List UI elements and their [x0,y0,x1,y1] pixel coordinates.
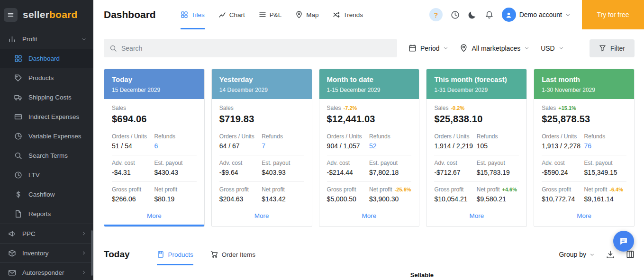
sidebar-item-reports[interactable]: Reports [0,204,93,224]
download-button[interactable] [606,250,615,259]
sidebar-scrollbar[interactable] [91,230,93,276]
column-header-sellable-returns[interactable]: Sellable returns [400,271,436,280]
search-input[interactable] [121,45,391,52]
sellerboard-logo[interactable]: sellerboard [23,9,77,20]
sales-label: Sales [542,105,556,111]
refunds-label: Refunds [369,133,411,140]
tab-label: Trends [344,11,363,18]
sidebar-item-autoresponder[interactable]: Autoresponder [0,262,93,280]
funnel-icon [599,45,606,52]
tile-yesterday: Yesterday 14 December 2029 Sales $719.83… [211,69,312,227]
dark-mode-toggle[interactable] [468,10,477,19]
filter-row: Period All marketplaces USD Filter [104,39,635,57]
columns-settings-button[interactable] [626,250,635,259]
more-link[interactable]: More [112,208,197,219]
gross-profit-label: Gross profit [327,186,369,193]
chevron-down-icon [590,252,595,257]
gross-profit-value: $10,054.21 [434,195,476,203]
tab-pnl[interactable]: P&L [259,0,282,29]
currency-dropdown[interactable]: USD [541,45,564,52]
avatar [502,8,516,22]
net-profit-value: $9,580.21 [477,195,519,203]
refunds-value[interactable]: 52 [369,142,411,150]
list-icon [259,11,266,18]
map-pin-icon [295,11,303,18]
refunds-value[interactable]: 6 [154,142,196,150]
sales-value: $25,838.10 [434,114,519,125]
est-payout-value: $403.93 [262,169,304,176]
sales-value: $12,441.03 [327,114,412,125]
tile-header: Yesterday 14 December 2029 [212,69,312,99]
try-for-free-button[interactable]: Try for free [582,0,644,29]
est-payout-value: $430.43 [154,169,196,176]
chevron-right-icon [81,270,87,275]
marketplaces-dropdown[interactable]: All marketplaces [460,44,529,52]
sidebar-item-inventory[interactable]: Inventory [0,243,93,262]
tile-month-to-date: Month to date 1-15 December 2029 Sales-7… [319,69,420,227]
est-payout-label: Est. payout [584,160,626,166]
net-profit-delta: -6.4% [609,187,623,192]
hamburger-icon [7,11,14,18]
mail-icon [8,269,16,277]
sidebar-item-ltv[interactable]: LTV [0,165,93,185]
filter-button[interactable]: Filter [590,39,635,57]
sidebar-item-dashboard[interactable]: Dashboard [0,49,93,68]
search-icon [109,45,117,52]
search-box[interactable] [104,39,397,57]
group-by-dropdown[interactable]: Group by [559,251,595,258]
history-button[interactable] [451,10,460,19]
sidebar-item-products[interactable]: Products [0,68,93,88]
search-icon [14,152,22,160]
tab-order-items[interactable]: Order Items [210,244,255,265]
refunds-value[interactable]: 76 [584,142,626,150]
net-profit-value: $3,900.30 [369,195,411,203]
tab-label: Chart [229,11,245,18]
sidebar-item-search-terms[interactable]: Search Terms [0,146,93,165]
tab-products[interactable]: Products [157,244,193,265]
dollar-icon [14,190,22,199]
line-chart-icon [218,11,226,18]
calendar-icon [408,44,417,52]
notifications-button[interactable] [485,10,494,19]
refunds-value[interactable]: 7 [262,142,304,150]
tab-tiles[interactable]: Tiles [181,0,205,29]
sidebar-item-label: Shipping Costs [28,94,72,101]
tile-header: Month to date 1-15 December 2029 [319,69,419,99]
sidebar-item-label: PPC [22,230,36,237]
sidebar-item-shipping-costs[interactable]: Shipping Costs [0,88,93,107]
sidebar-item-variable-expenses[interactable]: Variable Expenses [0,126,93,146]
sales-label: Sales [327,105,341,111]
cart-icon [210,251,218,258]
tile-date-range: 1-30 November 2029 [542,87,626,93]
tab-chart[interactable]: Chart [218,0,245,29]
refunds-label: Refunds [584,133,626,140]
sales-value: $719.83 [219,114,304,125]
gross-profit-label: Gross profit [112,186,154,193]
tab-map[interactable]: Map [295,0,318,29]
bell-icon [485,10,494,19]
est-payout-label: Est. payout [154,160,196,166]
more-link[interactable]: More [219,208,304,219]
tiles-grid-icon [181,11,188,18]
chevron-down-icon [565,12,571,18]
more-link[interactable]: More [434,208,519,219]
chat-widget-button[interactable] [613,231,634,252]
truck-icon [14,93,22,101]
gross-profit-value: $10,772.74 [542,195,584,203]
tab-label: Map [306,11,318,18]
sidebar-item-cashflow[interactable]: Cashflow [0,185,93,204]
hamburger-menu-button[interactable] [4,8,18,22]
period-dropdown[interactable]: Period [408,44,448,52]
more-link[interactable]: More [542,208,626,219]
sidebar-item-label: Products [28,74,54,81]
account-menu[interactable]: Demo account [502,8,571,22]
tab-label: Products [168,251,193,258]
net-profit-value: $9,161.14 [584,195,626,203]
sidebar-item-ppc[interactable]: PPC [0,224,93,243]
more-link[interactable]: More [327,208,412,219]
tab-trends[interactable]: Trends [333,0,363,29]
help-button[interactable]: ? [429,8,443,21]
sidebar-item-indirect-expenses[interactable]: Indirect Expenses [0,107,93,126]
est-payout-label: Est. payout [369,160,411,166]
sidebar-item-profit[interactable]: Profit [0,29,93,49]
